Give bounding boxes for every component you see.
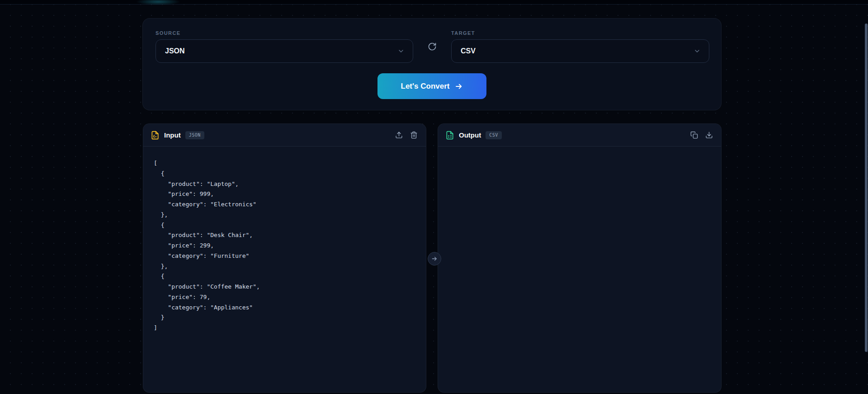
output-panel-header: Output CSV xyxy=(438,124,721,147)
copy-output-button[interactable] xyxy=(689,129,700,141)
input-format-badge: JSON xyxy=(185,131,204,139)
target-format-group: TARGET CSV xyxy=(451,30,709,63)
arrow-right-icon xyxy=(455,82,463,90)
rotate-cw-icon xyxy=(428,42,437,51)
upload-file-button[interactable] xyxy=(393,129,405,141)
source-label: SOURCE xyxy=(156,30,413,36)
arrow-right-icon xyxy=(431,256,438,262)
converter-card: SOURCE JSON TARGET CSV xyxy=(142,18,722,110)
upload-icon xyxy=(395,131,403,139)
output-content-area xyxy=(438,147,721,167)
convert-row: Let's Convert xyxy=(156,73,708,99)
target-format-value: CSV xyxy=(461,47,476,55)
converter-app: SOURCE JSON TARGET CSV xyxy=(0,0,868,394)
top-bar-glow xyxy=(129,0,188,6)
format-selects-row: SOURCE JSON TARGET CSV xyxy=(156,30,708,63)
output-format-badge: CSV xyxy=(486,131,502,139)
source-format-value: JSON xyxy=(165,47,185,55)
swap-cell xyxy=(413,30,451,63)
download-icon xyxy=(705,131,713,139)
chevron-down-icon xyxy=(397,47,405,55)
convert-button[interactable]: Let's Convert xyxy=(377,73,486,99)
top-bar xyxy=(0,0,868,5)
input-panel-header: Input JSON xyxy=(143,124,426,147)
file-json-icon xyxy=(151,131,160,140)
input-code-editor[interactable]: [ { "product": "Laptop", "price": 999, "… xyxy=(143,147,426,342)
input-panel-title: Input xyxy=(164,131,181,139)
clear-input-button[interactable] xyxy=(408,129,420,141)
input-panel: Input JSON [ { "product": "Laptop", "pri… xyxy=(143,123,426,393)
download-output-button[interactable] xyxy=(703,129,715,141)
input-panel-actions xyxy=(393,129,420,141)
chevron-down-icon xyxy=(693,47,701,55)
target-format-select[interactable]: CSV xyxy=(451,39,709,63)
flow-direction-button[interactable] xyxy=(428,252,441,266)
output-panel: Output CSV xyxy=(438,123,722,393)
file-spreadsheet-icon xyxy=(445,131,454,140)
swap-formats-button[interactable] xyxy=(426,40,439,53)
output-panel-title: Output xyxy=(459,131,481,139)
copy-icon xyxy=(690,131,698,139)
target-label: TARGET xyxy=(451,30,709,36)
scrollbar-thumb[interactable] xyxy=(865,24,868,352)
output-panel-actions xyxy=(689,129,715,141)
source-format-select[interactable]: JSON xyxy=(156,39,413,63)
trash-icon xyxy=(410,131,418,139)
source-format-group: SOURCE JSON xyxy=(156,30,413,63)
convert-button-label: Let's Convert xyxy=(401,82,450,91)
